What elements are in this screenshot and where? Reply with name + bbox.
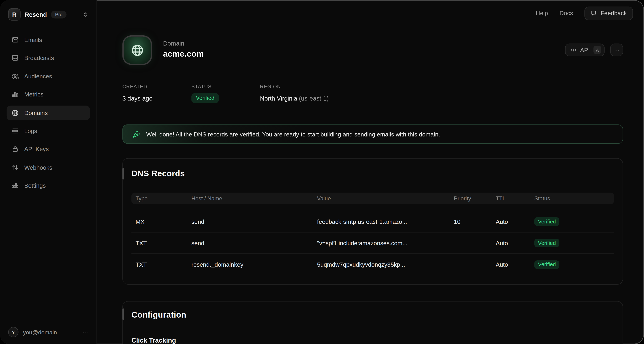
banner-message: Well done! All the DNS records are verif… [146,131,440,137]
status-badge: Verified [192,93,219,103]
domain-header: Domain acme.com API A [122,35,623,65]
region-value: North Virginia (us-east-1) [260,95,329,102]
column-status: Status [534,196,610,202]
column-value: Value [317,196,454,202]
cell-value: "v=spf1 include:amazonses.com... [317,240,454,246]
cell-priority: 10 [454,218,496,225]
table-row: TXT resend._domainkey 5uqmdw7qpxudkyvdon… [132,254,614,275]
cell-type: TXT [136,261,192,268]
sidebar-item-metrics[interactable]: Metrics [6,87,90,102]
sidebar-item-audiences[interactable]: Audiences [6,69,90,84]
cell-value: feedback-smtp.us-east-1.amazo... [317,218,454,225]
sidebar-item-label: API Keys [24,146,49,152]
resend-logo: R [8,8,20,20]
domain-page: Domain acme.com API A [122,0,623,344]
chevron-up-down-icon[interactable] [82,11,88,17]
ellipsis-icon [614,47,620,53]
region-code: (us-east-1) [299,95,329,102]
api-button[interactable]: API A [565,44,605,56]
sidebar-item-api-keys[interactable]: API Keys [6,142,90,157]
cell-host: send [192,218,317,225]
bar-chart-icon [12,91,19,98]
sidebar-item-label: Audiences [24,73,52,80]
app-window: R Resend Pro Emails [0,0,644,344]
user-menu[interactable]: Y you@domain.... [0,321,96,344]
table-row: MX send feedback-smtp.us-east-1.amazo...… [132,211,614,232]
domain-globe-badge [122,35,152,65]
sidebar-item-emails[interactable]: Emails [6,32,90,47]
status-badge: Verified [534,217,560,226]
page-title: acme.com [163,49,204,59]
sidebar-item-broadcasts[interactable]: Broadcasts [6,51,90,66]
meta-created: CREATED 3 days ago [122,84,191,103]
domain-eyebrow: Domain [163,40,204,47]
globe-icon [130,43,144,57]
shortcut-badge: A [594,46,601,54]
more-options-button[interactable] [610,44,623,56]
user-email: you@domain.... [23,329,64,336]
arrows-up-down-icon [12,164,19,171]
sidebar-item-label: Settings [24,182,46,189]
card-accent-bar [122,308,124,320]
configuration-card: Configuration Click Tracking [122,301,623,344]
dns-records-title: DNS Records [132,169,614,178]
sidebar-item-logs[interactable]: Logs [6,124,90,138]
dns-table-header: Type Host / Name Value Priority TTL Stat… [132,193,614,204]
sidebar-item-label: Emails [24,36,42,43]
cell-ttl: Auto [496,240,534,246]
lock-icon [12,146,19,153]
column-priority: Priority [454,196,496,202]
workspace-switcher[interactable]: R Resend Pro [0,0,96,20]
ellipsis-icon[interactable] [82,329,88,335]
column-type: Type [136,196,192,202]
sidebar-nav: Emails Broadcasts [0,32,96,193]
meta-status: STATUS Verified [192,84,260,103]
region-label: REGION [260,84,329,90]
sliders-icon [12,182,19,189]
cell-ttl: Auto [496,261,534,268]
avatar: Y [8,327,18,337]
cell-host: resend._domainkey [192,261,317,268]
sidebar-item-label: Logs [24,128,37,134]
party-popper-icon [132,130,140,138]
sidebar-item-webhooks[interactable]: Webhooks [6,160,90,175]
sidebar-item-domains[interactable]: Domains [6,106,90,120]
status-label: STATUS [192,84,260,90]
plan-badge: Pro [51,10,66,18]
sidebar-item-settings[interactable]: Settings [6,178,90,193]
sidebar-item-label: Metrics [24,91,44,98]
main-content: Help Docs Feedback [97,0,644,344]
globe-icon [12,109,19,116]
header-actions: API A [565,44,623,56]
workspace-name: Resend [25,11,47,18]
column-host: Host / Name [192,196,317,202]
screen: R Resend Pro Emails [0,0,644,344]
inbox-icon [12,54,19,62]
cell-host: send [192,240,317,246]
api-button-label: API [580,46,590,53]
status-badge: Verified [534,260,560,269]
cell-value: 5uqmdw7qpxudkyvdonqzy35kp... [317,261,454,268]
created-label: CREATED [122,84,191,90]
click-tracking-label: Click Tracking [132,337,614,344]
card-accent-bar [122,168,124,180]
table-row: TXT send "v=spf1 include:amazonses.com..… [132,232,614,254]
sidebar-item-label: Domains [24,110,48,116]
cell-type: MX [136,218,192,225]
domain-titles: Domain acme.com [163,35,204,59]
sidebar: R Resend Pro Emails [0,0,97,344]
success-banner: Well done! All the DNS records are verif… [122,124,623,144]
created-value: 3 days ago [122,95,191,102]
sidebar-item-label: Broadcasts [24,55,54,62]
status-badge: Verified [534,238,560,247]
cell-ttl: Auto [496,218,534,225]
users-icon [12,73,19,80]
column-ttl: TTL [496,196,534,202]
dns-records-card: DNS Records Type Host / Name Value Prior… [122,158,623,284]
rows-icon [12,127,19,135]
sidebar-item-label: Webhooks [24,164,52,171]
cell-type: TXT [136,240,192,246]
code-icon [570,47,576,53]
dns-table-body: MX send feedback-smtp.us-east-1.amazo...… [132,211,614,275]
meta-region: REGION North Virginia (us-east-1) [260,84,329,103]
